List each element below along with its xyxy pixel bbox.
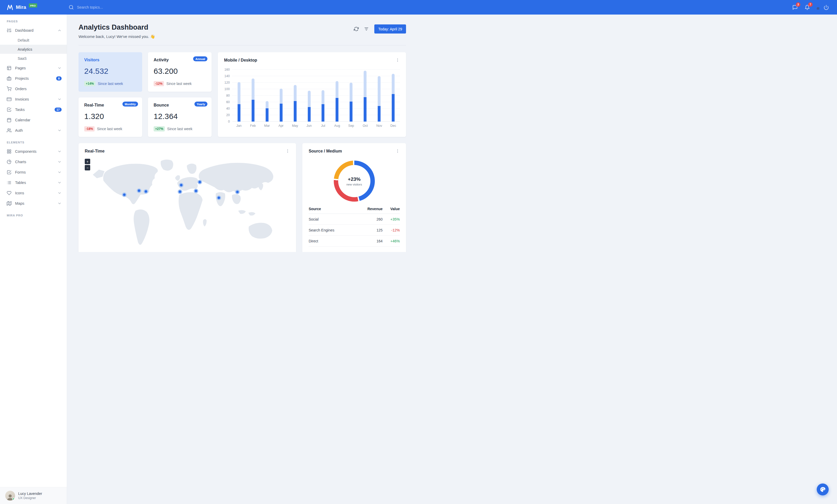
mobile-segment — [322, 104, 324, 122]
bar-jun[interactable] — [308, 91, 310, 122]
bar-jul[interactable] — [322, 90, 324, 122]
sliders-icon — [7, 28, 12, 33]
pro-badge: PRO — [29, 3, 37, 7]
mobile-segment — [308, 107, 310, 122]
stat-value: 24.532 — [84, 67, 137, 76]
map-marker[interactable] — [179, 183, 183, 187]
desktop-segment — [392, 74, 395, 94]
table-row[interactable]: Search Engines125-12% — [308, 225, 400, 236]
map-marker[interactable] — [194, 189, 198, 193]
map-marker[interactable] — [235, 190, 239, 194]
table-row[interactable]: Direct164+46% — [308, 236, 400, 246]
mobile-desktop-card: Mobile / Desktop 020406080100120140160 J… — [218, 52, 406, 137]
filter-button[interactable] — [362, 25, 371, 33]
more-options-button[interactable] — [285, 148, 290, 154]
sidebar-item-components[interactable]: Components — [0, 146, 67, 157]
period-pill[interactable]: Yearly — [194, 101, 208, 107]
x-tick-label: Oct — [362, 124, 369, 128]
table-row[interactable]: Social260+35% — [308, 214, 400, 225]
mira-logo-icon — [7, 4, 13, 11]
period-pill[interactable]: Monthly — [122, 101, 138, 107]
sidebar-subitem-analytics[interactable]: Analytics — [0, 45, 67, 54]
x-tick-label: Feb — [250, 124, 256, 128]
desktop-segment — [322, 90, 324, 104]
map-marker[interactable] — [198, 180, 202, 184]
desktop-segment — [280, 89, 283, 104]
bar-nov[interactable] — [378, 76, 380, 122]
stat-title: Visitors — [84, 58, 99, 62]
zoom-out-button[interactable]: − — [85, 165, 90, 170]
stat-caption: Since last week — [97, 127, 122, 131]
sidebar-item-label: Pages — [15, 66, 26, 70]
map-marker[interactable] — [122, 193, 126, 197]
period-pill[interactable]: Annual — [193, 56, 208, 61]
bar-aug[interactable] — [336, 81, 338, 122]
sidebar-item-calendar[interactable]: Calendar — [0, 115, 67, 125]
bar-may[interactable] — [294, 85, 297, 122]
shopping-cart-icon — [7, 87, 12, 91]
kebab-icon — [285, 149, 290, 153]
sidebar-item-label: Forms — [15, 170, 26, 174]
sidebar-subitem-default[interactable]: Default — [0, 36, 67, 45]
bar-dec[interactable] — [392, 74, 395, 122]
sidebar-item-dashboard[interactable]: Dashboard — [0, 25, 67, 36]
refresh-button[interactable] — [352, 25, 360, 33]
bar-jan[interactable] — [237, 82, 241, 122]
stat-delta-badge: -12% — [154, 81, 164, 86]
y-tick-label: 60 — [226, 100, 230, 104]
check-square-icon — [7, 170, 12, 174]
chevron-down-icon — [57, 97, 61, 101]
date-range-button[interactable]: Today: April 29 — [374, 24, 406, 34]
tasks-count-badge: 17 — [55, 108, 61, 112]
sidebar-section-pages: Pages — [0, 15, 67, 25]
bar-oct[interactable] — [364, 71, 367, 122]
chevron-down-icon — [57, 201, 61, 205]
heart-icon — [7, 191, 12, 195]
search-input[interactable] — [77, 5, 137, 10]
sidebar-item-pages[interactable]: Pages — [0, 63, 67, 73]
sidebar-item-icons[interactable]: Icons — [0, 188, 67, 198]
bar-feb[interactable] — [252, 78, 254, 122]
brand[interactable]: Mira PRO — [0, 4, 60, 11]
sidebar-item-maps[interactable]: Maps — [0, 198, 67, 209]
stat-caption: Since last week — [167, 127, 192, 131]
more-options-button[interactable] — [395, 57, 400, 63]
layout-icon — [7, 66, 12, 70]
world-map[interactable] — [78, 156, 296, 248]
stat-title: Activity — [154, 58, 169, 62]
stat-value: 12.364 — [154, 112, 206, 121]
map-marker[interactable] — [217, 196, 221, 200]
bar-mar[interactable] — [266, 101, 268, 122]
mobile-segment — [364, 97, 367, 122]
brand-name: Mira — [16, 4, 26, 10]
sidebar-item-orders[interactable]: Orders — [0, 83, 67, 94]
sidebar-item-auth[interactable]: Auth — [0, 125, 67, 136]
bar-apr[interactable] — [280, 89, 283, 122]
map-marker[interactable] — [144, 190, 148, 193]
source-donut-chart: +23% new visitors — [334, 161, 375, 202]
sidebar-item-label: Icons — [15, 191, 24, 195]
sidebar-item-label: Orders — [15, 87, 26, 91]
sidebar-item-forms[interactable]: Forms — [0, 167, 67, 178]
sidebar-item-invoices[interactable]: Invoices — [0, 94, 67, 105]
stats-grid: Visitors 24.532 +14% Since last week Act… — [78, 52, 212, 137]
sidebar-item-tables[interactable]: Tables — [0, 178, 67, 188]
x-tick-label: Apr — [278, 124, 284, 128]
zoom-in-button[interactable]: + — [85, 159, 90, 164]
kebab-icon — [395, 149, 400, 153]
more-options-button[interactable] — [395, 148, 400, 154]
sidebar-item-tasks[interactable]: Tasks 17 — [0, 105, 67, 115]
desktop-segment — [294, 85, 297, 101]
table-header-revenue: Revenue — [355, 204, 382, 214]
y-tick-label: 100 — [224, 87, 230, 91]
sidebar-item-charts[interactable]: Charts — [0, 157, 67, 167]
map-marker[interactable] — [178, 190, 182, 193]
stat-card-realtime: Real-Time Monthly 1.320 -18% Since last … — [78, 97, 142, 137]
map-marker[interactable] — [137, 189, 141, 192]
sidebar-item-projects[interactable]: Projects 8 — [0, 73, 67, 83]
stat-title: Real-Time — [84, 103, 104, 107]
bar-sep[interactable] — [350, 82, 353, 122]
sidebar-subitem-saas[interactable]: SaaS — [0, 54, 67, 63]
x-tick-label: Jul — [320, 124, 326, 128]
top-navbar: Mira PRO 3 7 — [0, 0, 418, 15]
